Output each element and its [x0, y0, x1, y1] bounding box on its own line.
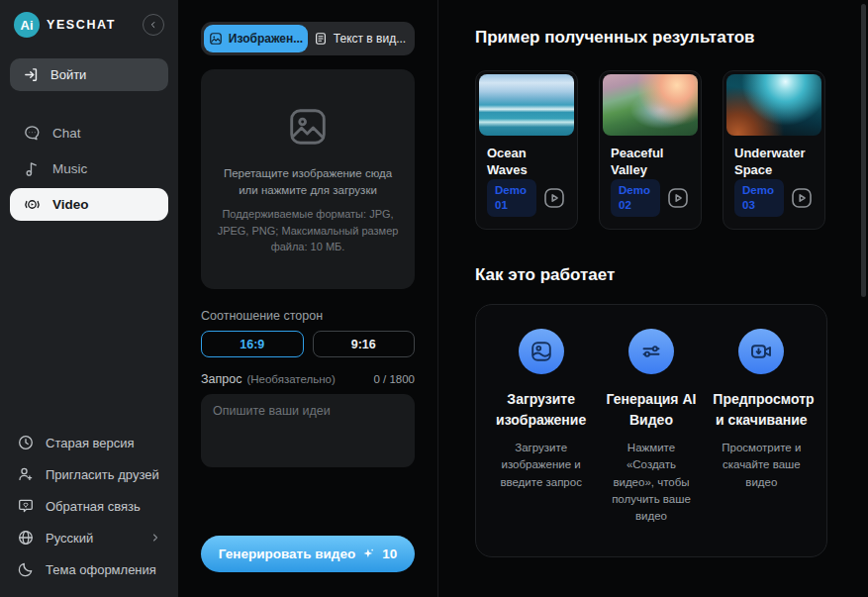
footer-item-label: Обратная связь: [46, 499, 141, 514]
footer-item-label: Пригласить друзей: [46, 467, 159, 482]
prompt-char-counter: 0 / 1800: [373, 373, 415, 385]
globe-icon: [17, 529, 35, 547]
examples-title: Пример полученных результатов: [475, 28, 848, 48]
scrollbar-thumb[interactable]: [861, 4, 866, 297]
sidebar-footer: Старая версия Пригласить друзей Обратная…: [10, 429, 168, 583]
card-title: Peaceful Valley: [603, 136, 698, 179]
chat-bubble-icon: [23, 124, 42, 143]
sidebar-item-invite-friends[interactable]: Пригласить друзей: [10, 460, 168, 488]
example-card-ocean-waves[interactable]: Ocean Waves Demo 01: [475, 70, 578, 230]
brand-name: YESCHAT: [47, 18, 116, 32]
prompt-input[interactable]: [201, 394, 415, 467]
music-note-icon: [23, 159, 42, 178]
step-title: Генерация AI Видео: [603, 389, 700, 431]
sidebar-nav: Chat Music Video: [10, 117, 168, 221]
prompt-header: Запрос (Необязательно) 0 / 1800: [201, 372, 415, 386]
sidebar-item-label: Music: [52, 161, 87, 176]
ocean-video-thumbnail: [479, 74, 574, 136]
main-content: Пример полученных результатов Ocean Wave…: [438, 0, 868, 597]
tab-label: Текст в вид...: [334, 32, 406, 46]
yeschat-logo-icon: Ai: [14, 12, 40, 38]
login-button[interactable]: Войти: [10, 58, 168, 91]
image-upload-icon: [519, 329, 564, 374]
prompt-optional-label: (Необязательно): [246, 373, 335, 385]
feedback-heart-icon: [17, 497, 35, 515]
demo-badge: Demo 03: [734, 179, 784, 217]
generate-video-button[interactable]: Генерировать видео 10: [201, 536, 415, 572]
underwater-video-thumbnail: [726, 74, 821, 136]
upload-instructions: Перетащите изображение сюда или нажмите …: [214, 165, 402, 200]
sidebar-item-theme[interactable]: Тема оформления: [10, 555, 168, 583]
footer-item-label: Старая версия: [46, 436, 135, 450]
play-video-icon[interactable]: [666, 186, 690, 210]
aspect-16-9-button[interactable]: 16:9: [201, 331, 304, 357]
sliders-icon: [628, 329, 674, 374]
clock-icon: [17, 434, 35, 451]
sidebar-item-label: Video: [52, 197, 89, 212]
how-it-works-title: Как это работает: [475, 265, 848, 285]
sidebar-item-video[interactable]: Video: [10, 188, 168, 221]
moon-icon: [17, 560, 35, 578]
card-footer: Demo 02: [603, 179, 698, 226]
step-description: Загрузите изображение и введите запрос: [496, 440, 587, 491]
video-generator-panel: Изображен... Текст в вид... Перетащите и…: [178, 0, 438, 597]
sidebar-item-old-version[interactable]: Старая версия: [10, 429, 168, 456]
tab-label: Изображен...: [229, 32, 303, 46]
footer-item-label: Тема оформления: [46, 562, 156, 577]
generate-credits: 10: [382, 547, 397, 561]
aspect-ratio-label: Соотношение сторон: [201, 309, 415, 323]
how-it-works-panel: Загрузите изображение Загрузите изображе…: [475, 304, 827, 557]
text-doc-icon: [314, 32, 328, 46]
demo-badge: Demo 01: [487, 179, 536, 217]
sidebar-item-label: Chat: [52, 126, 81, 141]
prompt-label: Запрос: [201, 372, 241, 386]
sidebar: Ai YESCHAT Войти Chat: [0, 0, 178, 597]
step-description: Просмотрите и скачайте ваше видео: [716, 440, 807, 491]
chevron-left-icon: [148, 20, 158, 30]
step-title: Предпросмотр и скачивание: [713, 389, 810, 431]
video-download-icon: [738, 329, 784, 374]
sidebar-item-language[interactable]: Русский: [10, 524, 168, 551]
login-label: Войти: [50, 67, 86, 82]
login-icon: [23, 66, 40, 83]
demo-badge: Demo 02: [611, 179, 660, 217]
image-icon: [209, 32, 223, 46]
aspect-9-16-button[interactable]: 9:16: [313, 331, 416, 357]
aspect-ratio-options: 16:9 9:16: [201, 331, 415, 357]
tab-text-to-video[interactable]: Текст в вид...: [308, 25, 412, 52]
generator-tabs: Изображен... Текст в вид...: [201, 22, 415, 55]
step-title: Загрузите изображение: [493, 389, 590, 431]
play-video-icon[interactable]: [542, 186, 566, 210]
card-footer: Demo 01: [479, 179, 574, 226]
card-title: Underwater Space: [726, 136, 821, 179]
collapse-sidebar-button[interactable]: [143, 14, 164, 36]
yeschat-app: Ai YESCHAT Войти Chat: [0, 0, 868, 597]
image-upload-dropzone[interactable]: Перетащите изображение сюда или нажмите …: [201, 69, 415, 289]
card-title: Ocean Waves: [479, 136, 574, 179]
step-generate-video: Генерация AI Видео Нажмите «Создать виде…: [596, 329, 706, 537]
sidebar-item-chat[interactable]: Chat: [10, 117, 168, 149]
example-card-peaceful-valley[interactable]: Peaceful Valley Demo 02: [599, 70, 702, 230]
chevron-right-icon: [149, 532, 161, 544]
play-video-icon[interactable]: [790, 186, 814, 210]
valley-video-thumbnail: [603, 74, 698, 136]
video-broadcast-icon: [23, 195, 42, 214]
brand: Ai YESCHAT: [10, 12, 168, 38]
footer-item-label: Русский: [46, 531, 93, 546]
step-description: Нажмите «Создать видео», чтобы получить …: [606, 440, 697, 525]
example-card-underwater-space[interactable]: Underwater Space Demo 03: [723, 70, 825, 230]
tab-image-to-video[interactable]: Изображен...: [204, 25, 308, 52]
upload-formats: Поддерживаемые форматы: JPG, JPEG, PNG; …: [214, 206, 402, 255]
sidebar-item-music[interactable]: Music: [10, 152, 168, 185]
generate-label: Генерировать видео: [219, 547, 355, 561]
image-placeholder-icon: [285, 104, 331, 149]
step-preview-download: Предпросмотр и скачивание Просмотрите и …: [707, 329, 817, 537]
example-cards: Ocean Waves Demo 01 Peaceful Valley Demo…: [475, 70, 848, 230]
card-footer: Demo 03: [726, 179, 821, 226]
sparkle-icon: [361, 547, 376, 561]
step-upload-image: Загрузите изображение Загрузите изображе…: [486, 329, 596, 537]
invite-user-icon: [17, 465, 35, 483]
sidebar-item-feedback[interactable]: Обратная связь: [10, 492, 168, 520]
